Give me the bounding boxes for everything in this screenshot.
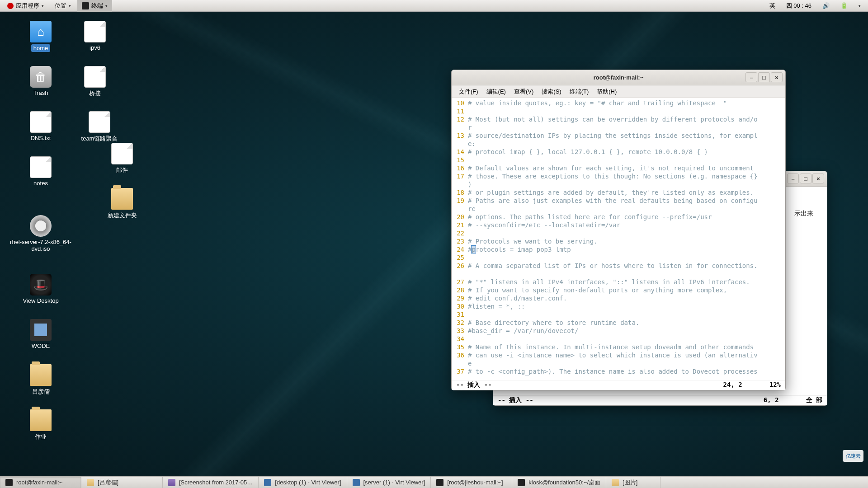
clock[interactable]: 四 00 : 46 <box>782 0 816 12</box>
code-line: # value inside quotes, eg.: key = "# cha… <box>468 99 727 107</box>
code-line: # protocol imap { }, local 127.0.0.1 { }… <box>468 148 708 155</box>
icon-label: rhel-server-7.2-x86_64-dvd.iso <box>9 239 72 252</box>
code-line: # Base directory where to store runtime … <box>468 319 639 326</box>
bottom-taskbar: root@faxin-mail:~ [吕彦儒] [Screenshot from… <box>0 476 868 488</box>
menu-search[interactable]: 搜索(S) <box>538 86 565 97</box>
desktop-icon-mail[interactable]: 邮件 <box>99 143 145 174</box>
line-number <box>453 140 468 148</box>
terminal-window[interactable]: root@faxin-mail:~ – □ × 文件(F) 编辑(E) 查看(V… <box>451 70 786 390</box>
task-screenshot[interactable]: [Screenshot from 2017-05… <box>163 477 259 488</box>
places-menu[interactable]: 位置 ▾ <box>50 0 75 12</box>
desktop-icon-bridge[interactable]: 桥接 <box>72 66 118 98</box>
menu-view[interactable]: 查看(V) <box>510 86 537 97</box>
window-titlebar[interactable]: root@faxin-mail:~ – □ × <box>452 70 785 85</box>
chevron-down-icon: ▾ <box>105 4 108 8</box>
terminal-icon <box>436 479 443 486</box>
power-menu[interactable]: ▾ <box>854 0 865 12</box>
close-button[interactable]: × <box>771 72 783 82</box>
task-folder-pictures[interactable]: [图片] <box>606 477 660 488</box>
task-terminal-jieshou[interactable]: [root@jieshou-mail:~] <box>431 477 512 488</box>
vim-status-line: -- 插入 -- 24, 2 12% <box>452 380 785 390</box>
desktop-icon-team[interactable]: team链路聚合 <box>72 111 127 143</box>
desktop-icon-zuoye[interactable]: 作业 <box>18 409 63 441</box>
line-number: 22 <box>453 229 468 237</box>
code-line: ) <box>468 181 472 188</box>
desktop-icon-view-desktop[interactable]: 🎩 View Desktop <box>18 274 63 304</box>
code-line: re <box>468 205 476 212</box>
text-file-icon <box>30 156 52 178</box>
code-line: # edit conf.d/master.conf. <box>468 295 567 302</box>
code-line: # Protocols we want to be serving. <box>468 238 598 245</box>
text-file-icon <box>30 111 52 133</box>
task-label: [desktop (1) - Virt Viewer] <box>275 479 341 486</box>
desktop-icon-newfolder[interactable]: 新建文件夹 <box>95 188 149 220</box>
icon-label: 新建文件夹 <box>108 211 137 220</box>
line-number: 27 <box>453 278 468 286</box>
vim-mode: -- 插入 -- <box>498 396 533 405</box>
task-terminal-kiosk[interactable]: kiosk@foundation50:~/桌面 <box>512 477 606 488</box>
desktop-icon-iso[interactable]: rhel-server-7.2-x86_64-dvd.iso <box>9 215 72 252</box>
desktop-icon-notes[interactable]: notes <box>18 156 63 187</box>
window-title: root@faxin-mail:~ <box>594 74 644 81</box>
maximize-button[interactable]: □ <box>758 72 770 82</box>
desktop-icon-lvyanru[interactable]: 吕彦儒 <box>18 364 63 396</box>
text-file-icon <box>84 21 106 42</box>
line-number: 10 <box>453 99 468 107</box>
line-number: 29 <box>453 294 468 302</box>
disc-icon <box>30 215 52 237</box>
icon-label: 桥接 <box>89 89 101 98</box>
icon-label: 作业 <box>35 433 47 441</box>
code-line: # can use -i <instance_name> to select w… <box>468 352 758 359</box>
minimize-button[interactable]: – <box>745 72 757 82</box>
task-virt-server[interactable]: [server (1) - Virt Viewer] <box>347 477 431 488</box>
vm-icon <box>30 319 52 341</box>
code-line: # Default values are shown for each sett… <box>468 164 754 172</box>
line-number <box>453 180 468 188</box>
desktop-icon-wode[interactable]: WODE <box>18 319 63 349</box>
battery-icon[interactable]: 🔋 <box>836 0 852 12</box>
code-line: # If you want to specify non-default por… <box>468 286 727 294</box>
icon-label: 邮件 <box>116 166 128 174</box>
maximize-button[interactable]: □ <box>800 174 811 183</box>
applications-menu[interactable]: 应用程序 ▾ <box>3 0 48 12</box>
task-virt-desktop[interactable]: [desktop (1) - Virt Viewer] <box>259 477 347 488</box>
line-number: 11 <box>453 107 468 115</box>
code-line: # to -c <config_path>). The instance nam… <box>468 368 758 375</box>
line-number: 31 <box>453 310 468 319</box>
desktop-icon-ipv6[interactable]: ipv6 <box>72 21 118 51</box>
code-line: # or plugin settings are added by defaul… <box>468 189 754 196</box>
menu-terminal[interactable]: 终端(T) <box>566 86 593 97</box>
panel-active-window[interactable]: 终端 ▾ <box>77 0 112 12</box>
minimize-button[interactable]: – <box>787 174 799 183</box>
task-terminal-faxin[interactable]: root@faxin-mail:~ <box>0 477 81 488</box>
task-folder-lvyanru[interactable]: [吕彦儒] <box>81 477 163 488</box>
menu-file[interactable]: 文件(F) <box>455 86 482 97</box>
redhat-icon: 🎩 <box>30 274 52 296</box>
volume-icon[interactable]: 🔊 <box>818 0 834 12</box>
task-label: [server (1) - Virt Viewer] <box>363 479 425 486</box>
desktop-icon-trash[interactable]: 🗑 Trash <box>18 66 63 96</box>
code-line: rotocols = imap pop3 lmtp <box>476 246 571 253</box>
code-line: # source/destination IPs by placing the … <box>468 132 758 139</box>
folder-icon <box>87 479 94 486</box>
line-number: 25 <box>453 253 468 262</box>
chevron-down-icon: ▾ <box>42 4 44 8</box>
vim-cursor-pos: 6, 2 <box>764 396 779 405</box>
menu-help[interactable]: 帮助(H) <box>593 86 620 97</box>
vim-scroll-pct: 全 部 <box>806 396 822 405</box>
desktop-icon-dns[interactable]: DNS.txt <box>18 111 63 141</box>
text-cursor: p <box>472 246 475 253</box>
line-number: 30 <box>453 302 468 310</box>
terminal-content[interactable]: 10# value inside quotes, eg.: key = "# c… <box>452 98 785 380</box>
icon-label: Trash <box>33 89 48 96</box>
task-label: kiosk@foundation50:~/桌面 <box>528 479 600 487</box>
vm-icon <box>353 479 360 486</box>
menu-edit[interactable]: 编辑(E) <box>483 86 509 97</box>
desktop[interactable]: ⌂ home 🗑 Trash DNS.txt notes rhel-server… <box>0 12 868 476</box>
folder-icon <box>30 364 52 386</box>
close-button[interactable]: × <box>812 174 824 183</box>
desktop-icon-home[interactable]: ⌂ home <box>18 21 63 52</box>
vm-icon <box>264 479 271 486</box>
input-method-indicator[interactable]: 英 <box>765 0 780 12</box>
trash-icon: 🗑 <box>30 66 52 88</box>
